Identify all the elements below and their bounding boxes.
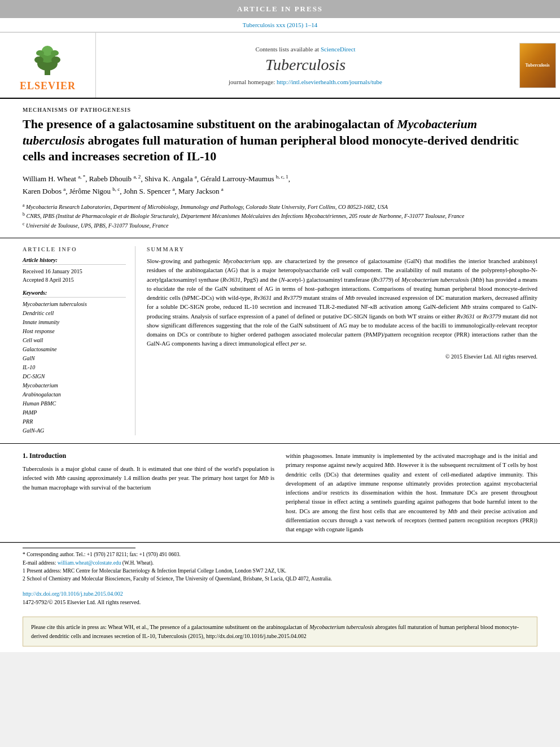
keyword-7: GalN [23, 354, 126, 363]
footnotes-section: * Corresponding author. Tel.: +1 (970) 2… [0, 543, 560, 587]
thumbnail-label: Tuberculosis [523, 60, 552, 70]
keywords-label: Keywords: [23, 290, 126, 298]
svg-point-4 [34, 56, 43, 63]
corresponding-text: * Corresponding author. Tel.: +1 (970) 2… [23, 552, 181, 557]
elsevier-logo: ELSEVIER [20, 38, 76, 92]
doi-footer: http://dx.doi.org/10.1016/j.tube.2015.04… [0, 587, 560, 599]
contents-text: Contents lists available at [255, 46, 319, 53]
keywords-block: Keywords: Mycobacterium tuberculosis Den… [23, 290, 126, 435]
svg-point-5 [51, 56, 60, 63]
keyword-12: Human PBMC [23, 399, 126, 408]
keyword-2: Dendritic cell [23, 309, 126, 318]
page: ARTICLE IN PRESS Tuberculosis xxx (2015)… [0, 0, 560, 652]
affiliation-a: a Mycobacteria Research Laboratories, De… [23, 202, 537, 211]
journal-header: ELSEVIER Contents lists available at Sci… [0, 32, 560, 99]
email-footnote: E-mail address: william.wheat@colostate.… [23, 559, 537, 567]
affiliations: a Mycobacteria Research Laboratories, De… [23, 202, 537, 230]
affiliation-b: b CNRS, IPBS (Institut de Pharmacologie … [23, 211, 537, 220]
body-section: 1. Introduction Tuberculosis is a major … [0, 444, 560, 543]
article-title-section: MECHANISMS OF PATHOGENESIS The presence … [0, 99, 560, 238]
doi-link[interactable]: http://dx.doi.org/10.1016/j.tube.2015.04… [23, 591, 123, 597]
banner-text: ARTICLE IN PRESS [237, 5, 323, 13]
keyword-3: Innate immunity [23, 318, 126, 327]
summary-col: SUMMARY Slow-growing and pathogenic Myco… [147, 246, 537, 435]
svg-point-7 [51, 50, 59, 56]
journal-citation: Tuberculosis xxx (2015) 1–14 [243, 21, 318, 28]
citation-text: Please cite this article in press as: Wh… [31, 624, 519, 639]
summary-text: Slow-growing and pathogenic Mycobacteriu… [147, 257, 537, 349]
journal-homepage: journal homepage: http://intl.elsevierhe… [229, 78, 382, 85]
journal-title-area: Contents lists available at ScienceDirec… [96, 33, 515, 98]
affiliation-c: c Université de Toulouse, UPS, IPBS, F-3… [23, 221, 537, 230]
intro-col-left: 1. Introduction Tuberculosis is a major … [23, 452, 274, 534]
keyword-9: DC-SIGN [23, 372, 126, 381]
article-in-press-banner: ARTICLE IN PRESS [0, 0, 560, 18]
author-john-spencer: John S. Spencer [124, 187, 170, 195]
intro-heading: 1. Introduction [23, 452, 274, 460]
copyright-footer: 1472-9792/© 2015 Elsevier Ltd. All right… [0, 599, 560, 611]
accepted-date: Accepted 8 April 2015 [23, 276, 126, 284]
summary-title: SUMMARY [147, 246, 537, 252]
homepage-link[interactable]: http://intl.elsevierhealth.com/journals/… [277, 78, 382, 85]
keyword-13: PAMP [23, 408, 126, 417]
article-info-col: ARTICLE INFO Article history: Received 1… [23, 246, 135, 435]
footnote-1: 1 Present address: MRC Centre for Molecu… [23, 567, 537, 575]
intro-number: 1. [23, 452, 28, 460]
email-label: E-mail address: [23, 560, 56, 566]
journal-thumbnail: Tuberculosis [519, 43, 556, 88]
intro-col-left-text: Tuberculosis is a major global cause of … [23, 465, 274, 492]
email-link[interactable]: william.wheat@colostate.edu [58, 560, 121, 566]
section-label: MECHANISMS OF PATHOGENESIS [23, 107, 537, 113]
intro-col-right-text: within phagosomes. Innate immunity is im… [286, 452, 537, 534]
elsevier-tree-icon [28, 38, 67, 78]
article-info-summary: ARTICLE INFO Article history: Received 1… [0, 238, 560, 444]
intro-heading-text: Introduction [29, 452, 66, 460]
article-title: The presence of a galactosamine substitu… [23, 116, 537, 165]
received-date: Received 16 January 2015 [23, 267, 126, 276]
corresponding-footnote: * Corresponding author. Tel.: +1 (970) 2… [23, 551, 537, 558]
summary-copyright: © 2015 Elsevier Ltd. All rights reserved… [147, 353, 537, 360]
journal-info-bar: Tuberculosis xxx (2015) 1–14 [0, 18, 560, 32]
keyword-4: Host response [23, 327, 126, 336]
sciencedirect-link[interactable]: Contents lists available at ScienceDirec… [255, 46, 355, 53]
sciencedirect-anchor[interactable]: ScienceDirect [321, 46, 356, 53]
history-label: Article history: [23, 257, 126, 265]
journal-thumbnail-area: Tuberculosis [515, 33, 560, 98]
article-history-block: Article history: Received 16 January 201… [23, 257, 126, 284]
article-info-title: ARTICLE INFO [23, 246, 126, 252]
elsevier-label: ELSEVIER [20, 80, 76, 92]
keyword-11: Arabinogalactan [23, 390, 126, 399]
authors-line: William H. Wheat a, *, Rabeb Dhouib a, 2… [23, 173, 537, 198]
elsevier-logo-area: ELSEVIER [0, 33, 96, 98]
journal-title: Tuberculosis [265, 56, 345, 74]
keyword-8: IL-10 [23, 363, 126, 372]
intro-col-right: within phagosomes. Innate immunity is im… [286, 452, 537, 534]
keyword-5: Cell wall [23, 336, 126, 345]
footnote-2: 2 School of Chemistry and Molecular Bios… [23, 575, 537, 583]
keyword-15: GalN-AG [23, 426, 126, 435]
keyword-1: Mycobacterium tuberculosis [23, 300, 126, 309]
keyword-10: Mycobacterium [23, 381, 126, 390]
keyword-14: PRR [23, 417, 126, 426]
homepage-label: journal homepage: [229, 78, 275, 85]
intro-two-col: 1. Introduction Tuberculosis is a major … [23, 452, 537, 534]
svg-point-6 [36, 50, 44, 56]
author-mary-jackson: Mary Jackson [178, 187, 220, 195]
email-attribution: (W.H. Wheat). [123, 560, 154, 566]
keyword-6: Galactosamine [23, 345, 126, 354]
citation-box: Please cite this article in press as: Wh… [23, 617, 537, 646]
